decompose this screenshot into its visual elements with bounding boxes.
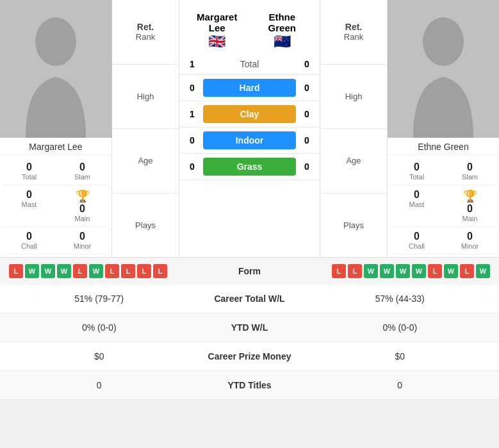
left-name-flag: Margaret Lee 🇬🇧 (184, 5, 250, 54)
form-badge-right: L (460, 264, 474, 278)
left-age-box: Age (112, 129, 179, 194)
total-left-val: 1 (183, 59, 201, 69)
right-flag: 🇳🇿 (274, 33, 291, 50)
form-badge-right: W (364, 264, 378, 278)
left-header-name: Margaret Lee (190, 12, 245, 33)
left-chall-value: 0 (26, 231, 32, 242)
right-plays-label: Plays (343, 220, 364, 230)
right-form-badges: LLWWWWLWLW (288, 264, 491, 278)
stats-row-left-val: 51% (79-77) (13, 294, 186, 304)
total-label: Total (201, 59, 298, 69)
stats-row-left-val: 0% (0-0) (13, 322, 186, 333)
right-rank-label: Rank (344, 32, 363, 42)
stats-row: $0Career Prize Money$0 (0, 342, 499, 371)
left-rank-value: Ret. (137, 22, 154, 32)
trophy-icon-right: 🏆 (463, 189, 477, 203)
right-stats-block: 0 Total 0 Slam 0 Mast 🏆 0 Main 0 (388, 155, 499, 257)
right-slam-label: Slam (462, 173, 478, 181)
stats-row-right-val: 57% (44-33) (314, 294, 487, 304)
svg-point-1 (35, 17, 76, 66)
stats-row-right-val: $0 (314, 351, 487, 361)
right-total-label: Total (409, 173, 424, 181)
right-header-name: Ethne Green (255, 12, 310, 33)
left-main-label: Main (75, 215, 90, 222)
left-stats-block: 0 Total 0 Slam 0 Mast 🏆 0 Main 0 (0, 155, 111, 257)
form-badge-right: W (396, 264, 410, 278)
stats-row-label: Career Total W/L (186, 294, 314, 304)
clay-button[interactable]: Clay (203, 105, 296, 123)
form-badge-right: L (332, 264, 346, 278)
right-mast-label: Mast (409, 201, 425, 208)
left-high-value: High (137, 92, 154, 101)
form-badge-left: L (121, 264, 135, 278)
left-player-name: Margaret Lee (0, 138, 111, 155)
form-badge-left: W (89, 264, 103, 278)
grass-left-val: 0 (183, 162, 201, 172)
stats-row: 0% (0-0)YTD W/L0% (0-0) (0, 313, 499, 342)
trophy-icon-left: 🏆 (76, 189, 90, 203)
right-mast-value: 0 (414, 189, 420, 201)
right-total-value: 0 (414, 162, 420, 173)
right-chall-value: 0 (414, 231, 420, 242)
stats-row-label: YTD Titles (186, 380, 314, 390)
right-minor-value: 0 (467, 231, 473, 242)
left-minor-label: Minor (74, 242, 92, 250)
clay-left-val: 1 (183, 109, 201, 119)
left-slam-label: Slam (74, 173, 90, 181)
indoor-right-val: 0 (298, 135, 316, 145)
indoor-left-val: 0 (183, 135, 201, 145)
left-rank-label: Rank (136, 32, 155, 42)
hard-right-val: 0 (298, 83, 316, 93)
right-player-block: Ethne Green 0 Total 0 Slam 0 Mast 🏆 0 (387, 0, 499, 257)
left-chall-label: Chall (21, 242, 37, 250)
grass-right-val: 0 (298, 162, 316, 172)
right-main-label: Main (462, 215, 478, 222)
form-badge-left: L (137, 264, 151, 278)
left-stat-slam: 0 Slam (56, 158, 109, 185)
stats-row-label: Career Prize Money (186, 351, 314, 361)
hard-left-val: 0 (183, 83, 201, 93)
form-badge-right: W (380, 264, 394, 278)
clay-row: 1 Clay 0 (179, 101, 320, 128)
right-stat-slam: 0 Slam (443, 158, 496, 185)
right-stat-total: 0 Total (390, 158, 443, 185)
left-stat-total: 0 Total (3, 158, 56, 185)
right-stat-chall: 0 Chall (390, 227, 443, 254)
right-high-box: High (320, 65, 387, 129)
top-section: Margaret Lee 0 Total 0 Slam 0 Mast 🏆 0 (0, 0, 499, 257)
left-stat-minor: 0 Minor (56, 227, 109, 254)
stats-row: 0YTD Titles0 (0, 371, 499, 400)
stats-rows: 51% (79-77)Career Total W/L57% (44-33)0%… (0, 285, 499, 400)
left-total-label: Total (22, 173, 37, 181)
svg-point-3 (423, 17, 464, 66)
form-badge-left: L (153, 264, 167, 278)
right-rank-box: Ret. Rank (320, 0, 387, 65)
form-badge-left: W (41, 264, 55, 278)
right-plays-box: Plays (320, 194, 387, 258)
left-minor-value: 0 (79, 231, 85, 242)
hard-row: 0 Hard 0 (179, 75, 320, 101)
right-high-value: High (345, 92, 363, 101)
right-main-value: 0 (467, 203, 473, 215)
form-badge-left: L (105, 264, 119, 278)
grass-button[interactable]: Grass (203, 158, 296, 176)
right-rank-value: Ret. (345, 22, 362, 32)
left-form-badges: LWWWLWLLLL (9, 264, 211, 278)
main-container: Margaret Lee 0 Total 0 Slam 0 Mast 🏆 0 (0, 0, 499, 400)
indoor-row: 0 Indoor 0 (179, 128, 320, 154)
left-stat-mast: 0 Mast (3, 185, 56, 227)
right-side-stats: Ret. Rank High Age Plays (320, 0, 387, 257)
form-badge-left: L (73, 264, 87, 278)
left-stat-chall: 0 Chall (3, 227, 56, 254)
left-main-value: 0 (79, 203, 85, 215)
right-chall-label: Chall (409, 242, 425, 250)
hard-button[interactable]: Hard (203, 79, 296, 97)
right-age-box: Age (320, 129, 387, 194)
right-name-flag: Ethne Green 🇳🇿 (250, 5, 315, 54)
form-badge-left: W (57, 264, 71, 278)
form-badge-left: W (25, 264, 39, 278)
indoor-button[interactable]: Indoor (203, 131, 296, 149)
right-stat-minor: 0 Minor (443, 227, 496, 254)
form-badge-right: L (348, 264, 362, 278)
right-player-name: Ethne Green (388, 138, 499, 155)
